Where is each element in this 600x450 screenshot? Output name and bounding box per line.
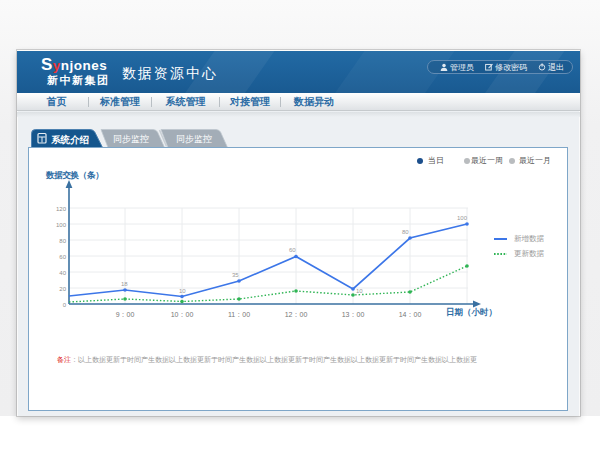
svg-text:80: 80 — [59, 238, 66, 244]
svg-text:100: 100 — [56, 222, 67, 228]
svg-text:10：00: 10：00 — [171, 311, 194, 318]
svg-text:35: 35 — [232, 272, 239, 278]
svg-text:系统介绍: 系统介绍 — [51, 134, 90, 145]
svg-text:100: 100 — [457, 215, 468, 221]
svg-text:11：00: 11：00 — [228, 311, 250, 318]
svg-text:10: 10 — [356, 288, 363, 294]
svg-text:日期（小时）: 日期（小时） — [446, 307, 497, 317]
svg-text:14：00: 14：00 — [399, 311, 422, 318]
svg-text:9：00: 9：00 — [116, 311, 135, 318]
svg-text:同步监控: 同步监控 — [113, 134, 149, 144]
svg-text:13：00: 13：00 — [342, 311, 365, 318]
svg-text:60: 60 — [59, 254, 66, 260]
svg-text:0: 0 — [63, 302, 67, 308]
svg-text:20: 20 — [59, 286, 66, 292]
svg-text:60: 60 — [289, 247, 296, 253]
svg-text:80: 80 — [402, 229, 409, 235]
svg-text:18: 18 — [121, 281, 128, 287]
svg-text:40: 40 — [59, 270, 66, 276]
svg-text:120: 120 — [56, 206, 67, 212]
svg-text:同步监控: 同步监控 — [176, 134, 212, 144]
svg-text:12：00: 12：00 — [285, 311, 308, 318]
svg-text:10: 10 — [179, 288, 186, 294]
